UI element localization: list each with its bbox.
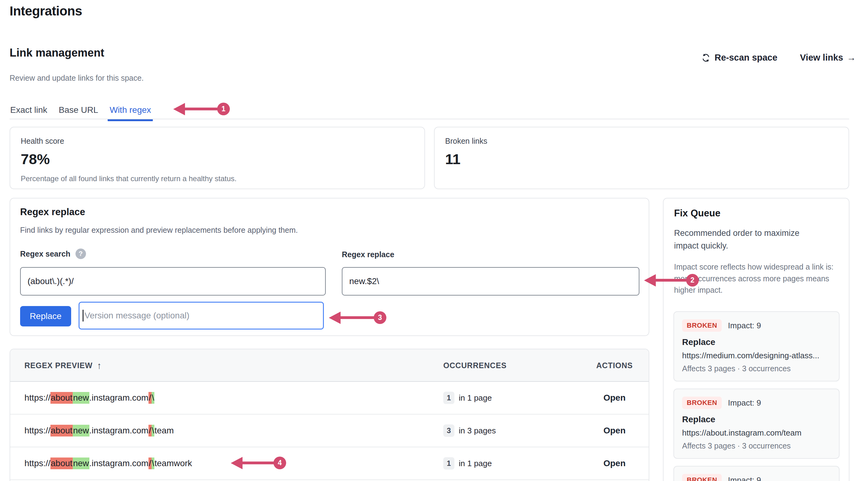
fix-queue-title: Fix Queue — [674, 208, 838, 219]
health-score-description: Percentage of all found links that curre… — [21, 174, 414, 183]
page-title: Integrations — [9, 4, 82, 19]
added-segment: new — [73, 392, 89, 404]
rescan-space-label: Re-scan space — [715, 53, 777, 63]
preview-url: https://aboutnew.instagram.com/\team — [25, 415, 174, 447]
occurrences-cell: 1 in 1 page — [443, 382, 492, 414]
broken-links-card: Broken links 11 — [434, 127, 849, 189]
fix-queue-item[interactable]: BROKEN Impact: 9 Replace https://about.i… — [674, 389, 840, 459]
regex-panel-title: Regex replace — [20, 206, 85, 218]
tab-with-regex-label: With regex — [110, 105, 151, 115]
table-row: https://aboutnew.instagram.com/\teamwork… — [10, 447, 649, 480]
url-middle: .instagram.com — [89, 426, 149, 436]
fix-action-label: Replace — [682, 415, 831, 424]
url-prefix: https:// — [25, 393, 51, 403]
arrow-right-icon: → — [847, 53, 856, 63]
replace-button[interactable]: Replace — [20, 306, 71, 326]
occurrences-cell: 1 in 1 page — [443, 447, 492, 479]
preview-url: https://aboutnew.instagram.com/\teamwork — [25, 447, 192, 479]
removed-segment: / — [149, 425, 152, 437]
removed-segment: / — [149, 392, 152, 404]
url-prefix: https:// — [25, 426, 51, 436]
impact-score: Impact: 9 — [728, 475, 761, 481]
broken-status-badge: BROKEN — [682, 319, 722, 332]
open-link-button[interactable]: Open — [586, 415, 643, 447]
open-link-button[interactable]: Open — [586, 447, 643, 479]
sort-ascending-icon: ↑ — [97, 360, 102, 371]
occurrence-count-badge: 1 — [443, 392, 455, 404]
impact-score: Impact: 9 — [728, 398, 761, 408]
tab-with-regex[interactable]: With regex — [109, 103, 152, 120]
occurrence-count-badge: 1 — [443, 457, 455, 470]
rescan-space-button[interactable]: Re-scan space — [701, 53, 777, 63]
annotation-number-badge: 4 — [274, 456, 286, 469]
occurrence-count-badge: 3 — [443, 424, 455, 437]
annotation-number-badge: 1 — [217, 103, 230, 115]
fix-item-url: https://medium.com/designing-atlass... — [682, 351, 831, 360]
table-header-row: REGEX PREVIEW ↑ OCCURRENCES ACTIONS — [10, 349, 649, 382]
fix-action-label: Replace — [682, 337, 831, 347]
view-links-button[interactable]: View links → — [800, 53, 856, 63]
regex-replace-label: Regex replace — [342, 250, 394, 259]
fix-queue-item[interactable]: BROKEN Impact: 9 — [674, 466, 840, 481]
removed-segment: / — [149, 457, 152, 469]
section-title: Link management — [9, 46, 104, 59]
broken-status-badge: BROKEN — [682, 474, 722, 481]
occurrences-cell: 3 in 3 pages — [443, 415, 496, 447]
regex-preview-table: REGEX PREVIEW ↑ OCCURRENCES ACTIONS http… — [9, 349, 649, 481]
view-links-label: View links — [800, 53, 843, 63]
added-segment: \ — [152, 392, 155, 404]
active-tab-underline — [107, 119, 153, 121]
column-header-occurrences: OCCURRENCES — [443, 349, 507, 382]
help-icon[interactable]: ? — [75, 249, 86, 259]
refresh-icon — [701, 53, 711, 63]
occurrence-pages-text: in 1 page — [459, 459, 492, 468]
health-score-value: 78% — [21, 151, 414, 167]
annotation-number-badge: 3 — [374, 311, 386, 324]
added-segment: \ — [152, 425, 155, 437]
table-row: https://aboutnew.instagram.com/\team 3 i… — [10, 415, 649, 447]
impact-score: Impact: 9 — [728, 321, 761, 330]
url-suffix: team — [154, 426, 174, 436]
broken-links-value: 11 — [445, 151, 838, 167]
url-middle: .instagram.com — [89, 393, 149, 403]
tab-base-url[interactable]: Base URL — [58, 103, 99, 120]
health-score-card: Health score 78% Percentage of all found… — [9, 127, 425, 189]
occurrence-pages-text: in 1 page — [459, 393, 492, 403]
link-mode-tabs: Exact link Base URL With regex — [9, 103, 152, 120]
fix-queue-panel: Fix Queue Recommended order to maximize … — [663, 198, 849, 481]
regex-search-label: Regex search ? — [20, 249, 86, 259]
url-middle: .instagram.com — [89, 458, 149, 468]
url-prefix: https:// — [25, 458, 51, 468]
added-segment: new — [73, 457, 89, 469]
removed-segment: about — [51, 457, 73, 469]
section-subtitle: Review and update links for this space. — [9, 73, 144, 83]
fix-queue-item[interactable]: BROKEN Impact: 9 Replace https://medium.… — [674, 311, 840, 381]
version-message-input[interactable]: Version message (optional) — [79, 302, 324, 329]
added-segment: new — [73, 425, 89, 437]
tab-exact-link[interactable]: Exact link — [9, 103, 48, 120]
preview-url: https://aboutnew.instagram.com/\ — [25, 382, 154, 414]
regex-replace-input[interactable]: new.$2\ — [342, 267, 640, 295]
removed-segment: about — [51, 425, 73, 437]
fix-item-url: https://about.instagram.com/team — [682, 428, 831, 438]
occurrence-pages-text: in 3 pages — [459, 426, 496, 436]
table-row: https://aboutnew.instagram.com/\ 1 in 1 … — [10, 382, 649, 415]
fix-queue-subtitle: Recommended order to maximize impact qui… — [674, 227, 823, 252]
column-header-regex-preview[interactable]: REGEX PREVIEW ↑ — [25, 349, 102, 382]
annotation-number-badge: 2 — [686, 274, 699, 287]
url-suffix: teamwork — [154, 458, 192, 468]
version-message-placeholder: Version message (optional) — [85, 311, 189, 321]
health-score-label: Health score — [21, 137, 414, 146]
broken-status-badge: BROKEN — [682, 396, 722, 409]
regex-search-input[interactable]: (about\.)(.*)/ — [20, 267, 326, 295]
removed-segment: about — [51, 392, 73, 404]
regex-search-label-text: Regex search — [20, 250, 70, 258]
regex-preview-header-label: REGEX PREVIEW — [25, 361, 92, 370]
broken-links-label: Broken links — [445, 137, 838, 146]
text-caret — [83, 310, 84, 321]
added-segment: \ — [152, 457, 155, 469]
open-link-button[interactable]: Open — [586, 382, 643, 414]
fix-item-meta: Affects 3 pages · 3 occurrences — [682, 364, 831, 373]
regex-panel-subtitle: Find links by regular expression and pre… — [20, 226, 298, 235]
column-header-actions: ACTIONS — [586, 349, 643, 382]
